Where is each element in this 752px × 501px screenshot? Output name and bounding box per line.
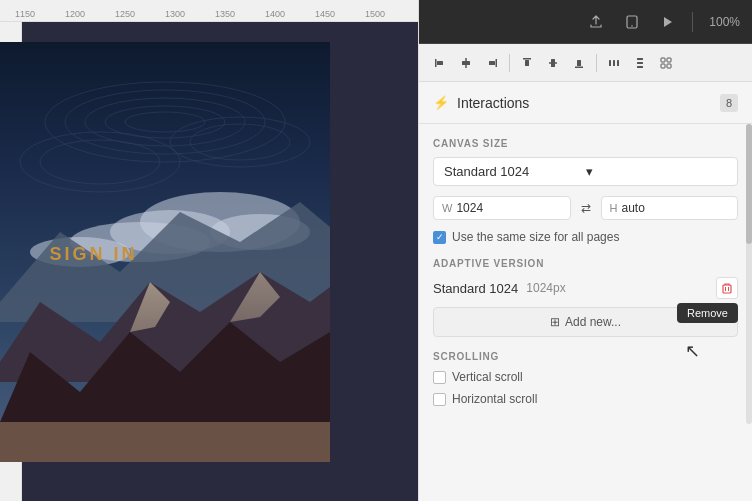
delete-adaptive-button[interactable] — [716, 277, 738, 299]
svg-rect-29 — [489, 61, 495, 65]
align-right-edge-icon[interactable] — [481, 52, 503, 74]
svg-rect-35 — [577, 60, 581, 66]
svg-rect-42 — [661, 58, 665, 62]
height-label: H — [610, 202, 618, 214]
svg-rect-46 — [723, 285, 731, 293]
tablet-icon[interactable] — [620, 10, 644, 34]
canvas-size-value: Standard 1024 — [444, 164, 586, 179]
ruler-mark: 1500 — [350, 9, 400, 19]
svg-rect-45 — [667, 64, 671, 68]
sign-in-text: SIGN IN — [50, 244, 138, 265]
share-icon[interactable] — [584, 10, 608, 34]
adaptive-version-section-label: ADAPTIVE VERSION — [433, 258, 738, 269]
align-left-edge-icon[interactable] — [429, 52, 451, 74]
scrollbar-thumb[interactable] — [746, 124, 752, 244]
dropdown-arrow-icon: ▾ — [586, 164, 728, 179]
svg-rect-39 — [637, 58, 643, 60]
interactions-badge: 8 — [720, 94, 738, 112]
svg-rect-30 — [523, 58, 531, 60]
align-center-v-icon[interactable] — [542, 52, 564, 74]
zoom-label: 100% — [705, 15, 740, 29]
vertical-scroll-checkbox[interactable] — [433, 371, 446, 384]
svg-rect-27 — [462, 61, 470, 65]
scroll-options: Vertical scroll Horizontal scroll — [433, 370, 738, 406]
vertical-scroll-label: Vertical scroll — [452, 370, 523, 384]
svg-rect-41 — [637, 66, 643, 68]
add-new-label: Add new... — [565, 315, 621, 329]
align-divider — [509, 54, 510, 72]
ruler-mark: 1350 — [200, 9, 250, 19]
ruler-mark: 1400 — [250, 9, 300, 19]
grid-icon[interactable] — [655, 52, 677, 74]
align-divider-2 — [596, 54, 597, 72]
checkbox-check-icon: ✓ — [436, 232, 444, 242]
remove-tooltip: Remove — [677, 303, 738, 323]
panel-scrollbar[interactable] — [746, 124, 752, 424]
width-value: 1024 — [456, 201, 561, 215]
svg-rect-43 — [667, 58, 671, 62]
svg-rect-28 — [496, 59, 498, 67]
width-label: W — [442, 202, 452, 214]
interactions-label: Interactions — [457, 95, 712, 111]
panel-content: CANVAS SIZE Standard 1024 ▾ W 1024 ⇄ H a… — [419, 124, 752, 501]
ruler-mark: 1150 — [0, 9, 50, 19]
svg-rect-24 — [435, 59, 437, 67]
canvas-size-dropdown[interactable]: Standard 1024 ▾ — [433, 157, 738, 186]
play-icon[interactable] — [656, 10, 680, 34]
svg-rect-36 — [609, 60, 611, 66]
landscape-background: SIGN IN — [0, 42, 330, 462]
svg-rect-25 — [437, 61, 443, 65]
horizontal-scroll-label: Horizontal scroll — [452, 392, 537, 406]
svg-rect-38 — [617, 60, 619, 66]
ruler-top: 1150 1200 1250 1300 1350 1400 1450 1500 — [0, 0, 418, 22]
same-size-label: Use the same size for all pages — [452, 230, 619, 244]
same-size-checkbox[interactable]: ✓ — [433, 231, 446, 244]
design-canvas: SIGN IN — [0, 22, 418, 501]
svg-rect-37 — [613, 60, 615, 66]
ruler-mark: 1200 — [50, 9, 100, 19]
svg-rect-33 — [551, 59, 555, 67]
top-toolbar: 100% — [419, 0, 752, 44]
height-input[interactable]: H auto — [601, 196, 739, 220]
add-new-icon: ⊞ — [550, 315, 560, 329]
canvas-size-section-label: CANVAS SIZE — [433, 138, 738, 149]
right-panel: 100% — [418, 0, 752, 501]
vertical-scroll-row: Vertical scroll — [433, 370, 738, 384]
svg-rect-31 — [525, 60, 529, 66]
svg-rect-34 — [575, 66, 583, 68]
same-size-row: ✓ Use the same size for all pages — [433, 230, 738, 244]
adaptive-version-name: Standard 1024 — [433, 281, 518, 296]
svg-marker-20 — [0, 422, 330, 462]
width-input[interactable]: W 1024 — [433, 196, 571, 220]
canvas-area: 1150 1200 1250 1300 1350 1400 1450 1500 — [0, 0, 418, 501]
horizontal-scroll-checkbox[interactable] — [433, 393, 446, 406]
ruler-marks: 1150 1200 1250 1300 1350 1400 1450 1500 — [0, 0, 400, 21]
ruler-mark: 1250 — [100, 9, 150, 19]
align-bottom-edge-icon[interactable] — [568, 52, 590, 74]
ruler-mark: 1450 — [300, 9, 350, 19]
scrolling-section-label: SCROLLING — [433, 351, 738, 362]
size-inputs-row: W 1024 ⇄ H auto — [433, 196, 738, 220]
height-value: auto — [621, 201, 729, 215]
link-size-icon[interactable]: ⇄ — [577, 201, 595, 215]
interactions-header: ⚡ Interactions 8 — [419, 82, 752, 124]
distribute-v-icon[interactable] — [629, 52, 651, 74]
align-center-h-icon[interactable] — [455, 52, 477, 74]
svg-marker-23 — [664, 17, 672, 27]
lightning-icon: ⚡ — [433, 95, 449, 110]
ruler-mark: 1300 — [150, 9, 200, 19]
svg-point-22 — [631, 25, 633, 27]
toolbar-divider — [692, 12, 693, 32]
adaptive-version-row: Standard 1024 1024px Remove — [433, 277, 738, 299]
distribute-h-icon[interactable] — [603, 52, 625, 74]
align-toolbar — [419, 44, 752, 82]
svg-rect-40 — [637, 62, 643, 64]
horizontal-scroll-row: Horizontal scroll — [433, 392, 738, 406]
align-top-edge-icon[interactable] — [516, 52, 538, 74]
svg-rect-44 — [661, 64, 665, 68]
adaptive-version-size: 1024px — [526, 281, 565, 295]
